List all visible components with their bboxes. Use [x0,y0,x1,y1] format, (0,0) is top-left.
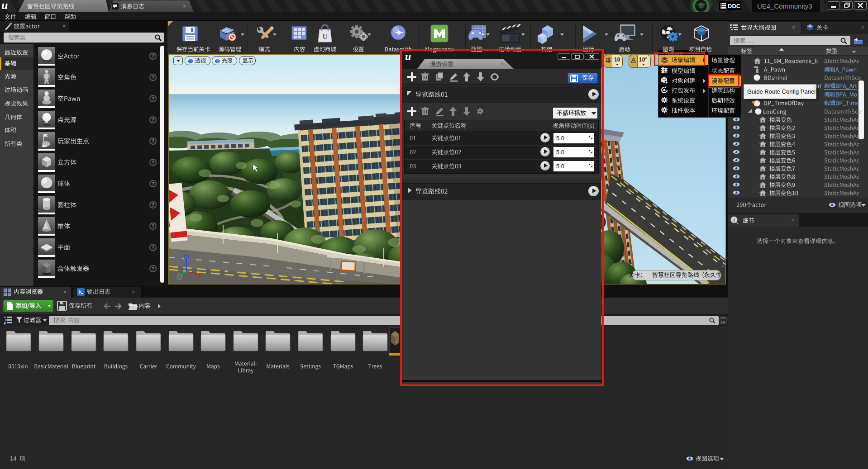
svg-text:x: x [199,273,202,278]
svg-text:U: U [322,33,328,40]
svg-text:?: ? [179,276,181,280]
